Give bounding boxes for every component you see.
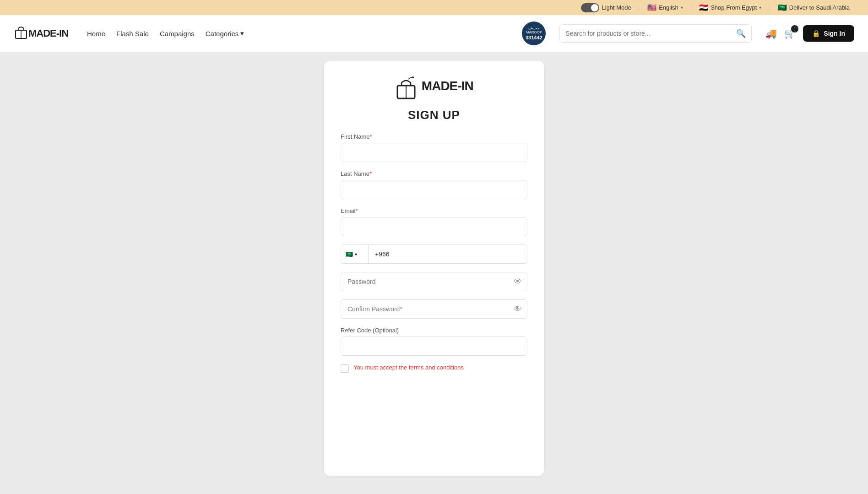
- shop-from-label: Shop From Egypt: [711, 4, 757, 11]
- phone-row: 🇸🇦 ▾: [341, 244, 527, 264]
- nav-home[interactable]: Home: [87, 30, 105, 38]
- chevron-down-icon3: ▾: [240, 29, 244, 38]
- refer-code-group: Refer Code (Optional): [341, 327, 527, 356]
- email-input[interactable]: [341, 217, 527, 236]
- card-logo-text: MADE-IN: [422, 79, 473, 93]
- phone-country-selector[interactable]: 🇸🇦 ▾: [341, 245, 369, 263]
- light-mode-label: Light Mode: [602, 4, 631, 11]
- categories-label: Categories: [206, 30, 239, 38]
- signin-button[interactable]: 🔒 Sign In: [803, 25, 854, 42]
- signup-card: MADE-IN SIGN UP First Name* Last Name* E…: [324, 61, 544, 476]
- confirm-password-wrapper: 👁: [341, 299, 527, 319]
- nav-flash-sale[interactable]: Flash Sale: [116, 30, 149, 38]
- toggle-switch[interactable]: [581, 3, 599, 12]
- chevron-down-icon2: ▾: [759, 5, 761, 10]
- chevron-down-icon4: ▾: [355, 252, 357, 257]
- last-name-input[interactable]: [341, 180, 527, 199]
- cart-button[interactable]: 🛒 1: [784, 28, 796, 39]
- shop-from-selector[interactable]: 🇪🇬 Shop From Egypt ▾: [699, 3, 761, 12]
- svg-point-4: [412, 76, 414, 78]
- last-name-label: Last Name*: [341, 170, 527, 177]
- maroof-badge[interactable]: معروف MAROOF 331442: [522, 22, 546, 45]
- password-wrapper: 👁: [341, 272, 527, 291]
- email-label: Email*: [341, 207, 527, 214]
- deliver-label: Deliver to Saudi Arabia: [789, 4, 850, 11]
- signup-title: SIGN UP: [341, 108, 527, 122]
- maroof-number: 331442: [526, 35, 542, 41]
- divider1: |: [639, 4, 640, 11]
- logo-text: MADE-IN: [28, 27, 68, 39]
- divider3: |: [769, 4, 770, 11]
- password-input[interactable]: [341, 272, 527, 291]
- english-flag: 🇺🇸: [647, 3, 656, 12]
- first-name-label: First Name*: [341, 133, 527, 140]
- search-button[interactable]: 🔍: [736, 29, 746, 38]
- toggle-knob: [591, 4, 598, 11]
- search-bar: 🔍: [559, 24, 752, 43]
- sa-flag-small: 🇸🇦: [346, 251, 353, 258]
- maroof-line1: معروف: [528, 26, 539, 31]
- refer-code-label: Refer Code (Optional): [341, 327, 527, 334]
- sa-flag: 🇸🇦: [778, 3, 787, 12]
- confirm-password-input[interactable]: [341, 299, 527, 319]
- cart-badge: 1: [791, 25, 798, 33]
- nav-categories[interactable]: Categories ▾: [206, 29, 244, 38]
- search-input[interactable]: [565, 30, 732, 37]
- refer-code-input[interactable]: [341, 337, 527, 356]
- nav-links: Home Flash Sale Campaigns Categories ▾: [87, 29, 508, 38]
- signin-label: Sign In: [824, 30, 845, 37]
- top-bar: Light Mode | 🇺🇸 English ▾ | 🇪🇬 Shop From…: [0, 0, 868, 15]
- main-content: MADE-IN SIGN UP First Name* Last Name* E…: [0, 52, 868, 494]
- first-name-input[interactable]: [341, 143, 527, 162]
- password-group: 👁: [341, 272, 527, 291]
- confirm-password-group: 👁: [341, 299, 527, 319]
- language-selector[interactable]: 🇺🇸 English ▾: [647, 3, 683, 12]
- email-group: Email*: [341, 207, 527, 236]
- eye-slash-icon: 👁: [514, 277, 522, 286]
- confirm-password-toggle-btn[interactable]: 👁: [514, 304, 522, 314]
- phone-group: 🇸🇦 ▾: [341, 244, 527, 264]
- terms-checkbox[interactable]: [341, 364, 349, 373]
- eye-slash-icon2: 👁: [514, 304, 522, 314]
- english-label: English: [659, 4, 678, 11]
- header: MADE-IN Home Flash Sale Campaigns Catego…: [0, 15, 868, 52]
- logo-icon: [14, 24, 28, 43]
- terms-text: You must accept the terms and conditions: [353, 364, 464, 371]
- phone-input[interactable]: [369, 245, 527, 263]
- header-actions: 🚚 🛒 1 🔒 Sign In: [765, 25, 854, 42]
- first-name-group: First Name*: [341, 133, 527, 162]
- terms-row: You must accept the terms and conditions: [341, 364, 527, 373]
- egypt-flag: 🇪🇬: [699, 3, 708, 12]
- logo[interactable]: MADE-IN: [14, 24, 73, 43]
- nav-campaigns[interactable]: Campaigns: [160, 30, 195, 38]
- divider2: |: [690, 4, 692, 11]
- card-logo: MADE-IN: [341, 76, 527, 101]
- chevron-down-icon: ▾: [681, 5, 683, 10]
- maroof-line2: MAROOF: [526, 30, 542, 35]
- deliver-to-selector[interactable]: 🇸🇦 Deliver to Saudi Arabia: [778, 3, 850, 12]
- delivery-icon-btn[interactable]: 🚚: [765, 28, 777, 39]
- lock-icon: 🔒: [812, 30, 820, 37]
- light-mode-toggle[interactable]: Light Mode: [581, 3, 631, 12]
- password-toggle-btn[interactable]: 👁: [514, 277, 522, 287]
- last-name-group: Last Name*: [341, 170, 527, 199]
